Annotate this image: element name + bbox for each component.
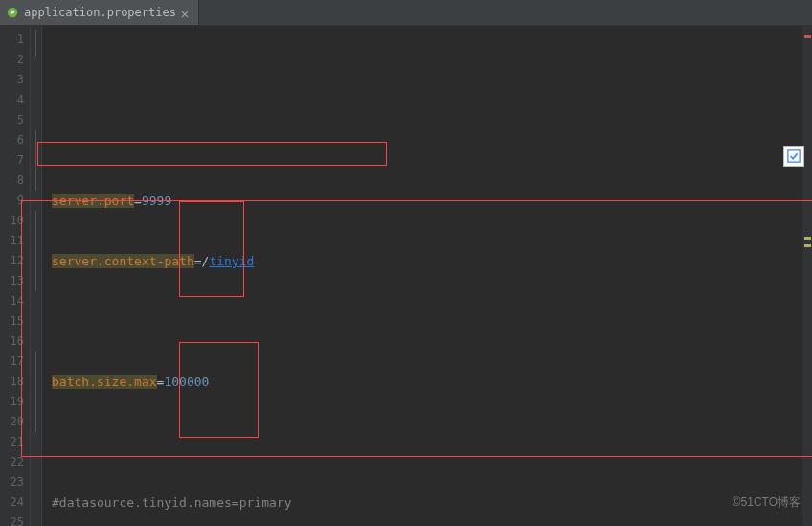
checkbox-overlay[interactable] bbox=[783, 146, 804, 167]
line-number: 2 bbox=[0, 50, 24, 70]
line-number: 8 bbox=[0, 171, 24, 191]
line-number: 12 bbox=[0, 251, 24, 271]
highlight-box bbox=[37, 142, 387, 166]
line-number: 6 bbox=[0, 130, 24, 150]
code-line: #datasource.tinyid.names=primary bbox=[52, 492, 812, 513]
code-editor[interactable]: 1 2 3 4 5 6 7 8 9 10 11 12 13 14 15 16 1… bbox=[0, 26, 812, 526]
line-number: 16 bbox=[0, 332, 24, 352]
file-tab[interactable]: application.properties bbox=[0, 0, 199, 25]
code-line: batch.size.max=100000 bbox=[52, 372, 812, 392]
line-number: 14 bbox=[0, 291, 24, 311]
error-stripe[interactable] bbox=[802, 26, 812, 526]
line-number: 7 bbox=[0, 150, 24, 171]
close-icon[interactable] bbox=[181, 8, 191, 17]
line-gutter: 1 2 3 4 5 6 7 8 9 10 11 12 13 14 15 16 1… bbox=[0, 26, 31, 526]
highlight-box bbox=[179, 201, 244, 297]
fold-strip bbox=[31, 26, 42, 526]
line-number: 1 bbox=[0, 30, 24, 50]
code-line: server.port=9999 bbox=[52, 191, 812, 211]
line-number: 11 bbox=[0, 231, 24, 251]
line-number: 4 bbox=[0, 90, 24, 110]
warning-marker[interactable] bbox=[804, 237, 811, 240]
line-number: 21 bbox=[0, 432, 24, 452]
spring-leaf-icon bbox=[6, 6, 19, 19]
code-area[interactable]: server.port=9999 server.context-path=/ti… bbox=[42, 26, 812, 526]
line-number: 9 bbox=[0, 191, 24, 211]
line-number: 20 bbox=[0, 412, 24, 432]
svg-rect-3 bbox=[788, 150, 800, 162]
line-number: 24 bbox=[0, 492, 24, 513]
warning-marker[interactable] bbox=[804, 35, 811, 38]
line-number: 17 bbox=[0, 352, 24, 372]
line-number: 22 bbox=[0, 452, 24, 472]
line-number: 10 bbox=[0, 211, 24, 231]
code-line bbox=[52, 432, 812, 452]
line-number: 15 bbox=[0, 311, 24, 332]
tab-bar: application.properties bbox=[0, 0, 812, 26]
code-line: server.context-path=/tinyid bbox=[52, 251, 812, 271]
line-number: 23 bbox=[0, 472, 24, 492]
line-number: 18 bbox=[0, 372, 24, 392]
line-number: 25 bbox=[0, 513, 24, 526]
code-line bbox=[52, 311, 812, 332]
tab-filename: application.properties bbox=[24, 6, 176, 19]
watermark: ©51CTO博客 bbox=[733, 494, 801, 511]
line-number: 19 bbox=[0, 392, 24, 412]
warning-marker[interactable] bbox=[804, 244, 811, 247]
line-number: 3 bbox=[0, 70, 24, 90]
line-number: 5 bbox=[0, 110, 24, 130]
line-number: 13 bbox=[0, 271, 24, 291]
